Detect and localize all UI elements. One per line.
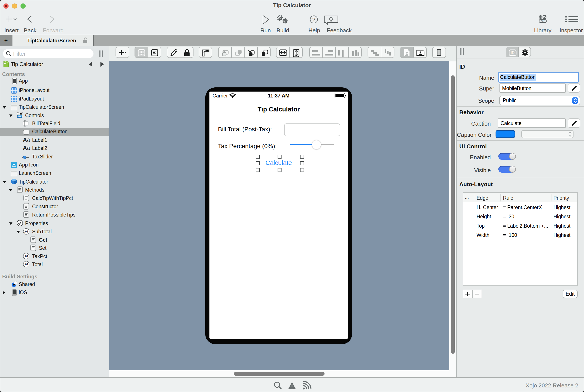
svg-text:?: ? bbox=[312, 16, 315, 22]
svg-text:OK: OK bbox=[18, 115, 22, 118]
svg-text:.01: .01 bbox=[24, 254, 28, 258]
svg-text:.01: .01 bbox=[24, 230, 28, 233]
svg-text:ID: ID bbox=[511, 51, 515, 55]
svg-text:OK: OK bbox=[541, 20, 545, 22]
svg-text:.01: .01 bbox=[24, 263, 28, 266]
